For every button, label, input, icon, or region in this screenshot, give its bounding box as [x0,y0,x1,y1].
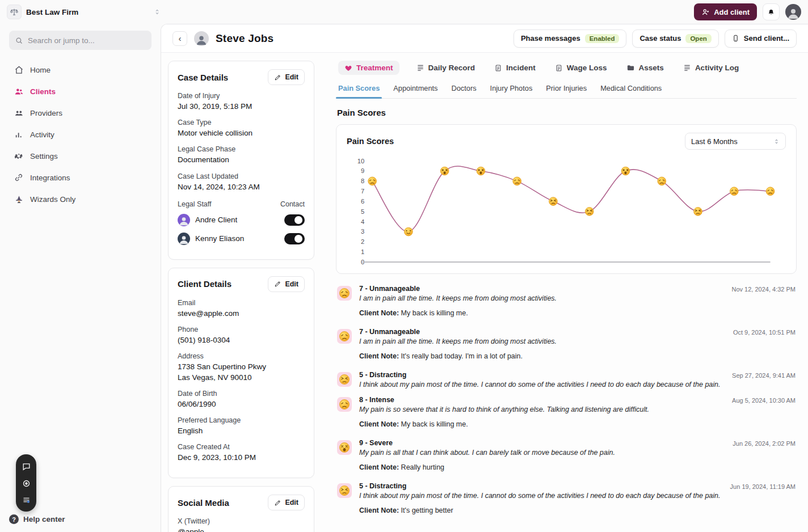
tab-assets[interactable]: Assets [624,61,666,75]
sidebar-item-providers[interactable]: Providers [9,103,152,123]
social-media-title: Social Media [178,498,229,508]
svg-text:5: 5 [361,208,364,215]
subtab-appointments[interactable]: Appointments [393,84,437,98]
search-box[interactable] [9,31,152,50]
sidebar-item-label: Home [30,66,51,74]
pain-score-description: My pain is all that I can think about. I… [359,449,725,457]
edit-client-details-button[interactable]: Edit [268,276,305,292]
field-label: Email [178,299,305,307]
record-icon[interactable] [22,479,31,488]
field-value: Dec 9, 2023, 10:10 PM [178,453,305,463]
edit-case-details-button[interactable]: Edit [268,69,305,85]
folder-icon [626,64,635,72]
lines-icon [416,64,424,72]
pain-score-label: 7 - Unmanageable [359,328,726,336]
sidebar-item-wizards-only[interactable]: Wizards Only [9,189,152,209]
case-status-button[interactable]: Case status Open [632,29,718,48]
sidebar-item-home[interactable]: Home [9,60,152,79]
sidebar-item-integrations[interactable]: Integrations [9,168,152,187]
search-input[interactable] [28,36,146,45]
org-name: Best Law Firm [26,8,149,16]
svg-text:4: 4 [361,218,364,225]
top-bar: Best Law Firm Add client [0,0,808,24]
case-field-legal-case-phase: Legal Case PhaseDocumentation [178,145,305,165]
heart-icon [344,64,352,72]
subtab-medical-conditions[interactable]: Medical Conditions [600,84,662,98]
field-value: (501) 918-0304 [178,335,305,345]
law-firm-logo-icon [7,5,22,19]
file-icon [494,64,502,72]
client-field-phone: Phone(501) 918-0304 [178,326,305,345]
field-value: @apple [178,527,305,532]
entry-date: Jun 19, 2024, 11:19 AM [730,482,796,518]
client-field-date-of-birth: Date of Birth06/06/1990 [178,390,305,409]
phase-messages-button[interactable]: Phase messages Enabled [514,29,627,48]
field-value: 1738 San Cupertino Pkwy Las Vegas, NV 90… [178,362,305,382]
field-label: Case Created At [178,443,305,451]
entry-date: Aug 5, 2024, 10:30 AM [732,396,796,432]
case-status-badge: Open [685,34,711,43]
help-center-link[interactable]: ? Help center [9,514,65,524]
pain-score-description: I am in pain all the time. It keeps me f… [359,294,724,302]
sidebar-item-settings[interactable]: Settings [9,146,152,166]
field-value: Nov 14, 2024, 10:23 AM [178,182,305,192]
contact-toggle-andre-client[interactable] [284,214,305,226]
pain-score-description: I am in pain all the time. It keeps me f… [359,337,726,345]
client-note-label: Client Note: [359,309,399,317]
svg-text:7: 7 [361,188,364,195]
chat-bubble-icon[interactable] [22,462,31,471]
client-note: Client Note: My back is killing me. [359,420,725,428]
field-value: Jul 30, 2019, 5:18 PM [178,102,305,112]
notifications-button[interactable] [763,3,780,20]
phone-icon [732,34,739,43]
tab-wage-loss[interactable]: Wage Loss [553,61,609,75]
clients-icon [14,87,24,96]
tab-incident[interactable]: Incident [492,61,538,75]
home-icon [14,65,24,75]
settings-widget-icon[interactable] [22,496,31,504]
tab-activity-log[interactable]: Activity Log [681,61,741,75]
tab-treatment[interactable]: Treatment [338,61,399,75]
send-client-button[interactable]: Send client... [725,29,797,48]
social-media-card: Social Media Edit X (Twitter)@appleFaceb… [168,486,314,532]
entry-date: Oct 9, 2024, 10:51 PM [733,328,796,364]
client-note-label: Client Note: [359,506,399,514]
sidebar-item-clients[interactable]: Clients [9,82,152,101]
back-button[interactable]: ‹ [172,31,187,46]
pain-score-entry: 5 - DistractingI think about my pain mos… [336,477,797,520]
angry-scrunched-face [337,483,352,498]
case-field-case-type: Case TypeMotor vehicle collision [178,119,305,138]
field-value: Documentation [178,155,305,165]
org-switcher[interactable]: Best Law Firm [7,5,161,19]
legal-staff-label: Legal Staff [178,200,212,208]
field-label: Address [178,352,305,360]
sidebar-item-label: Integrations [30,174,70,182]
staff-avatar [178,214,190,226]
field-value: steve@apple.com [178,309,305,319]
sidebar-item-activity[interactable]: Activity [9,125,152,144]
pain-scores-chart: 109876543210 [347,153,786,270]
field-value: English [178,426,305,436]
field-label: X (Twitter) [178,517,305,525]
subtab-pain-scores[interactable]: Pain Scores [338,84,380,98]
person-add-icon [701,8,710,16]
subtab-prior-injuries[interactable]: Prior Injuries [546,84,587,98]
pain-score-label: 8 - Intense [359,396,725,404]
pencil-icon [274,499,281,506]
user-avatar[interactable] [785,4,801,20]
lines-icon [683,64,691,72]
contact-toggle-kenny-eliason[interactable] [284,233,305,244]
subtab-doctors[interactable]: Doctors [452,84,477,98]
tab-daily-record[interactable]: Daily Record [414,61,478,75]
svg-text:9: 9 [361,167,364,174]
tab-label: Treatment [356,64,393,72]
subtab-injury-photos[interactable]: Injury Photos [490,84,533,98]
range-selector[interactable]: Last 6 Months [685,133,786,150]
edit-social-media-button[interactable]: Edit [268,495,305,510]
field-label: Preferred Language [178,416,305,424]
pain-score-entry: 7 - UnmanageableI am in pain all the tim… [336,323,797,366]
toggle-knob [294,235,302,243]
entry-date: Sep 27, 2024, 9:41 AM [732,371,796,389]
add-client-button[interactable]: Add client [694,3,757,20]
svg-text:6: 6 [361,198,364,205]
